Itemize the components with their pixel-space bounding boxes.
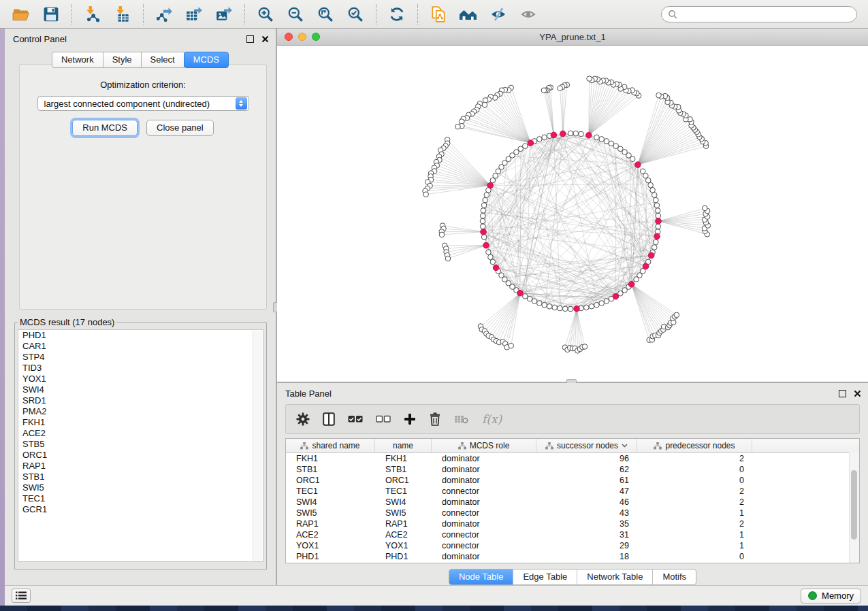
result-node-item[interactable]: TID3: [18, 363, 263, 374]
graph-node[interactable]: [609, 141, 614, 146]
graph-node[interactable]: [541, 88, 547, 93]
graph-node[interactable]: [604, 299, 609, 304]
save-session-button[interactable]: [37, 3, 65, 26]
zoom-selected-button[interactable]: [341, 3, 370, 26]
minimize-window-icon[interactable]: [298, 33, 306, 41]
tab-select[interactable]: Select: [141, 52, 184, 68]
graph-node[interactable]: [527, 296, 532, 301]
graph-dominator-node[interactable]: [551, 132, 557, 138]
graph-node[interactable]: [455, 124, 461, 129]
graph-node[interactable]: [674, 312, 679, 318]
graph-node[interactable]: [654, 203, 660, 208]
result-node-item[interactable]: CAR1: [18, 341, 263, 352]
export-network-button[interactable]: [150, 3, 178, 26]
graph-dominator-node[interactable]: [483, 242, 489, 248]
result-node-item[interactable]: SWI5: [18, 482, 263, 493]
graph-node[interactable]: [490, 259, 496, 265]
result-node-item[interactable]: FKH1: [18, 417, 263, 428]
graph-node[interactable]: [703, 205, 708, 211]
graph-dominator-node[interactable]: [628, 282, 634, 288]
graph-node[interactable]: [483, 197, 488, 203]
tab-network[interactable]: Network: [52, 52, 103, 68]
column-visibility-button[interactable]: [323, 412, 335, 426]
tab-network-table[interactable]: Network Table: [577, 569, 652, 584]
graph-node[interactable]: [558, 86, 563, 91]
select-all-rows-button[interactable]: [348, 415, 363, 423]
graph-node[interactable]: [481, 235, 487, 240]
table-row[interactable]: SWI5SWI5connector431: [286, 508, 859, 518]
graph-node[interactable]: [652, 193, 657, 198]
graph-dominator-node[interactable]: [613, 293, 619, 299]
graph-dominator-node[interactable]: [560, 131, 566, 137]
graph-dominator-node[interactable]: [586, 133, 592, 139]
tab-node-table[interactable]: Node Table: [449, 569, 513, 584]
graph-node[interactable]: [594, 302, 600, 308]
graph-node[interactable]: [587, 76, 592, 82]
graph-node[interactable]: [640, 169, 645, 174]
result-node-item[interactable]: PHD1: [18, 330, 263, 341]
tab-edge-table[interactable]: Edge Table: [513, 569, 577, 584]
graph-dominator-node[interactable]: [648, 252, 654, 259]
zoom-out-button[interactable]: [281, 3, 310, 26]
graph-node[interactable]: [652, 245, 657, 250]
table-settings-button[interactable]: [296, 412, 310, 426]
table-row[interactable]: ACE2ACE2connector311: [286, 529, 859, 540]
criterion-select[interactable]: largest connected component (undirected): [37, 96, 249, 111]
column-header-mcds-role[interactable]: MCDS role: [432, 439, 536, 452]
apply-layout-button[interactable]: [383, 3, 411, 26]
graph-dominator-node[interactable]: [487, 182, 494, 188]
zoom-in-button[interactable]: [251, 3, 280, 26]
run-mcds-button[interactable]: Run MCDS: [72, 120, 138, 136]
search-input[interactable]: [681, 8, 850, 20]
export-table-button[interactable]: [180, 3, 208, 26]
open-session-button[interactable]: [7, 3, 35, 26]
network-graph-canvas[interactable]: [277, 46, 868, 382]
float-panel-icon[interactable]: [839, 390, 846, 397]
graph-node[interactable]: [542, 135, 547, 140]
result-node-item[interactable]: GCR1: [18, 504, 263, 515]
result-node-item[interactable]: SRD1: [18, 395, 263, 406]
function-builder-button[interactable]: f(x): [482, 412, 502, 426]
graph-dominator-node[interactable]: [517, 290, 524, 296]
graph-node[interactable]: [654, 197, 659, 203]
graph-dominator-node[interactable]: [574, 306, 580, 312]
graph-node[interactable]: [579, 131, 584, 137]
delete-column-button[interactable]: [429, 412, 441, 426]
graph-node[interactable]: [568, 306, 573, 312]
graph-node[interactable]: [656, 213, 661, 218]
graph-node[interactable]: [481, 203, 487, 208]
import-table-button[interactable]: [108, 3, 137, 26]
float-panel-icon[interactable]: [246, 35, 254, 43]
graph-node[interactable]: [552, 305, 558, 310]
deselect-all-rows-button[interactable]: [376, 415, 391, 423]
memory-button[interactable]: Memory: [801, 589, 861, 604]
graph-dominator-node[interactable]: [654, 233, 660, 240]
graph-node[interactable]: [573, 131, 579, 136]
result-node-item[interactable]: ACE2: [18, 428, 263, 439]
table-row[interactable]: PHD1PHD1dominator180: [286, 551, 859, 562]
search-box[interactable]: [661, 6, 857, 22]
graph-node[interactable]: [656, 93, 662, 98]
graph-node[interactable]: [584, 305, 590, 310]
graph-dominator-node[interactable]: [528, 140, 534, 146]
graph-node[interactable]: [562, 306, 568, 312]
column-header-shared-name[interactable]: shared name: [286, 439, 375, 452]
table-scrollbar[interactable]: [849, 452, 859, 563]
column-header-name[interactable]: name: [375, 439, 432, 452]
result-node-item[interactable]: ORC1: [18, 450, 263, 461]
network-window-titlebar[interactable]: YPA_prune.txt_1: [277, 29, 868, 46]
close-window-icon[interactable]: [285, 33, 293, 41]
result-node-item[interactable]: RAP1: [18, 461, 263, 472]
tab-style[interactable]: Style: [103, 52, 142, 68]
table-row[interactable]: TEC1TEC1connector472: [286, 486, 859, 497]
result-node-item[interactable]: YOX1: [18, 374, 263, 384]
close-panel-icon[interactable]: [854, 390, 861, 397]
graph-node[interactable]: [650, 188, 656, 193]
graph-node[interactable]: [654, 240, 659, 245]
zoom-fit-button[interactable]: [311, 3, 340, 26]
first-neighbors-button[interactable]: [454, 3, 483, 26]
graph-dominator-node[interactable]: [493, 265, 499, 271]
result-node-item[interactable]: STB5: [18, 439, 263, 450]
graph-node[interactable]: [486, 250, 492, 255]
tab-mcds[interactable]: MCDS: [184, 52, 229, 68]
